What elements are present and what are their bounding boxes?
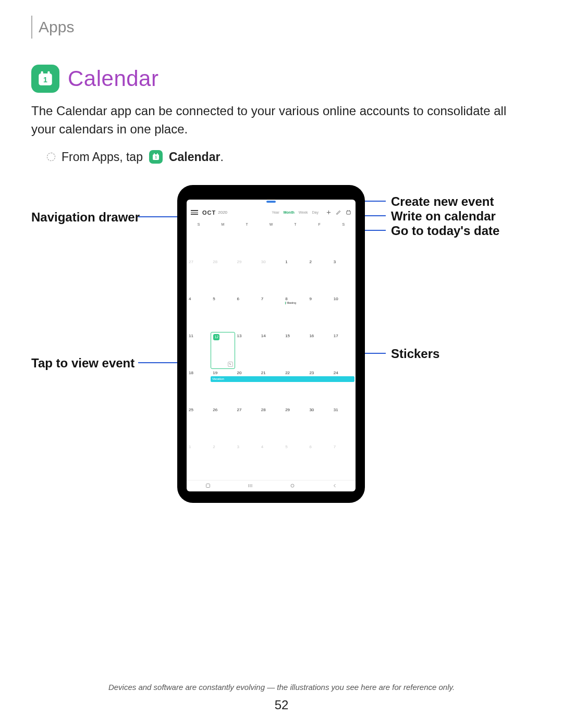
callout-create: Create new event (391, 194, 494, 209)
calendar-cell[interactable]: 3 (332, 258, 356, 295)
svg-text:1: 1 (155, 155, 157, 159)
tablet-frame: OCT 2020 Year Month Week Day SMTWTFS2728… (177, 185, 365, 503)
svg-text:1: 1 (43, 76, 47, 84)
svg-rect-13 (206, 484, 210, 488)
calendar-cell[interactable]: 7 (259, 295, 283, 332)
footer-note: Devices and software are constantly evol… (0, 683, 563, 692)
section-title: Calendar (68, 66, 158, 91)
svg-rect-2 (47, 71, 50, 75)
calendar-cell[interactable]: 28 (211, 258, 235, 295)
android-navbar[interactable] (187, 480, 356, 491)
calendar-cell[interactable]: 7 (332, 443, 356, 480)
hamburger-icon[interactable] (191, 210, 198, 215)
tab-month[interactable]: Month (284, 211, 295, 214)
step-prefix: From Apps, tap (62, 150, 143, 164)
home-nav-icon[interactable] (289, 483, 296, 489)
callout-nav-drawer: Navigation drawer (31, 210, 140, 225)
callout-write: Write on calendar (391, 209, 496, 224)
svg-rect-5 (154, 153, 155, 155)
calendar-cell[interactable]: 9 (307, 295, 331, 332)
calendar-cell[interactable]: 13 (235, 332, 259, 369)
screenshot-nav-icon[interactable] (205, 483, 211, 489)
dow-header: F (307, 221, 331, 258)
plus-icon[interactable] (326, 209, 332, 215)
view-tabs[interactable]: Year Month Week Day (272, 211, 319, 214)
calendar-cell[interactable]: 16 (307, 332, 331, 369)
calendar-cell[interactable]: 24 (332, 369, 356, 406)
dow-header: W (259, 221, 283, 258)
calendar-cell[interactable]: 19 (211, 369, 235, 406)
calendar-cell[interactable]: 23 (307, 369, 331, 406)
section-header: 1 Calendar (31, 65, 532, 93)
calendar-cell[interactable]: 30 (259, 258, 283, 295)
calendar-cell[interactable]: 5 (283, 443, 307, 480)
tab-week[interactable]: Week (299, 211, 308, 214)
month-label: OCT (202, 209, 216, 216)
calendar-header: OCT 2020 Year Month Week Day (187, 204, 356, 221)
dotted-bullet-icon (47, 153, 55, 161)
svg-rect-10 (347, 211, 350, 214)
calendar-cell[interactable]: 8Meeting (283, 295, 307, 332)
dow-header: S (187, 221, 211, 258)
dow-header: M (211, 221, 235, 258)
calendar-cell[interactable]: 28 (259, 406, 283, 443)
breadcrumb-label: Apps (39, 18, 74, 36)
calendar-cell[interactable]: 12✎ (211, 332, 235, 369)
calendar-cell[interactable]: 1 (187, 443, 211, 480)
calendar-cell[interactable]: 22 (283, 369, 307, 406)
status-bar (187, 200, 356, 204)
calendar-cell[interactable]: 6 (235, 295, 259, 332)
calendar-cell[interactable]: 14 (259, 332, 283, 369)
calendar-cell[interactable]: 10 (332, 295, 356, 332)
step-app: Calendar (169, 150, 220, 164)
svg-rect-1 (41, 71, 43, 75)
calendar-cell[interactable]: 3 (235, 443, 259, 480)
sticker-icon[interactable]: ✎ (228, 362, 233, 367)
calendar-cell[interactable]: 27 (187, 258, 211, 295)
calendar-cell[interactable]: 17 (332, 332, 356, 369)
calendar-cell[interactable]: 30 (307, 406, 331, 443)
calendar-cell[interactable]: 6 (307, 443, 331, 480)
calendar-cell[interactable]: 5 (211, 295, 235, 332)
calendar-cell[interactable]: 20 (235, 369, 259, 406)
callout-today: Go to today's date (391, 224, 499, 238)
calendar-cell[interactable]: 4 (187, 295, 211, 332)
recents-nav-icon[interactable] (247, 483, 253, 489)
calendar-cell[interactable]: 15 (283, 332, 307, 369)
calendar-cell[interactable]: 21 (259, 369, 283, 406)
calendar-cell[interactable]: 29 (283, 406, 307, 443)
section-intro: The Calendar app can be connected to you… (31, 102, 532, 139)
step-suffix: . (220, 150, 223, 164)
year-label: 2020 (218, 210, 227, 215)
page-number: 52 (0, 698, 563, 712)
instruction-step: From Apps, tap 1 Calendar. (47, 150, 532, 164)
tab-year[interactable]: Year (272, 211, 279, 214)
calendar-cell[interactable]: 26 (211, 406, 235, 443)
calendar-cell[interactable]: 29 (235, 258, 259, 295)
svg-rect-6 (157, 153, 158, 155)
calendar-cell[interactable]: 2 (307, 258, 331, 295)
svg-point-17 (291, 484, 294, 487)
calendar-cell[interactable]: 11 (187, 332, 211, 369)
today-icon[interactable] (346, 209, 351, 215)
dow-header: T (283, 221, 307, 258)
calendar-cell[interactable]: 1 (283, 258, 307, 295)
calendar-cell[interactable]: 31 (332, 406, 356, 443)
calendar-app-icon: 1 (31, 65, 59, 93)
calendar-grid[interactable]: SMTWTFS2728293012345678Meeting9101112✎13… (187, 221, 356, 480)
calendar-cell[interactable]: 4 (259, 443, 283, 480)
pencil-icon[interactable] (336, 209, 341, 215)
calendar-cell[interactable]: 27 (235, 406, 259, 443)
calendar-cell[interactable]: 25 (187, 406, 211, 443)
callout-stickers: Stickers (391, 347, 439, 361)
tablet-screen: OCT 2020 Year Month Week Day SMTWTFS2728… (187, 200, 356, 491)
breadcrumb: Apps (31, 16, 532, 39)
calendar-cell[interactable]: 18 (187, 369, 211, 406)
callout-tap-view: Tap to view event (31, 356, 134, 371)
back-nav-icon[interactable] (332, 483, 338, 489)
tab-day[interactable]: Day (312, 211, 319, 214)
dow-header: T (235, 221, 259, 258)
dow-header: S (332, 221, 356, 258)
calendar-cell[interactable]: 2 (211, 443, 235, 480)
annotated-screenshot: Navigation drawer Tap to view event Crea… (31, 185, 532, 519)
